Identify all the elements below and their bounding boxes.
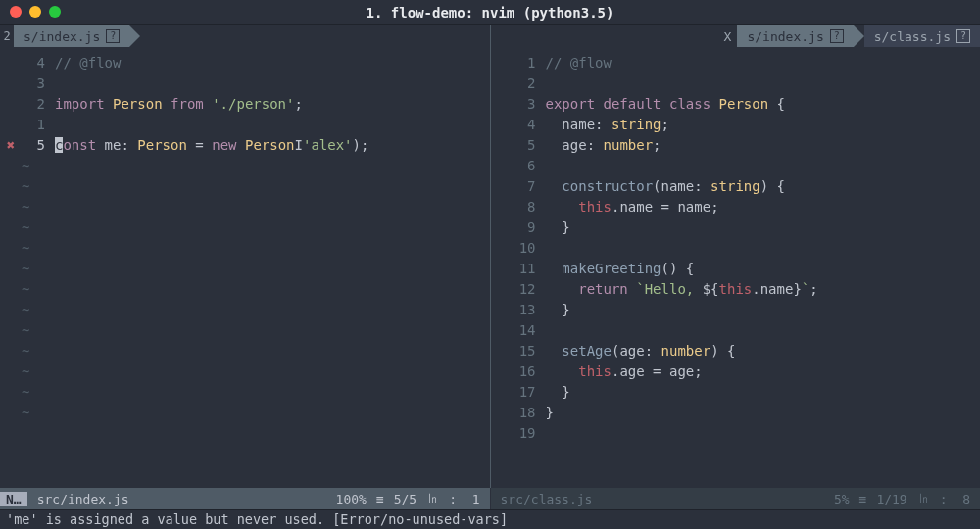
empty-line-tilde: ~ (0, 197, 29, 217)
line-text[interactable]: } (546, 300, 570, 320)
left-code-area[interactable]: 4// @flow32import Person from './person'… (0, 47, 490, 488)
right-status-line: src/class.js 5% ≡ 1/19 ㏑ : 8 (490, 488, 981, 509)
line-text[interactable]: export default class Person { (546, 94, 786, 115)
code-line[interactable]: 6 (491, 156, 981, 176)
sign-column (0, 115, 22, 135)
code-line[interactable]: 11 makeGreeting() { (491, 259, 981, 279)
code-line[interactable]: 9 } (491, 217, 981, 238)
modified-badge-icon: ? (106, 29, 120, 43)
line-number: 1 (22, 115, 55, 135)
line-number: 10 (513, 238, 546, 259)
code-line[interactable]: 1 (0, 115, 490, 135)
modified-badge-icon: ? (830, 29, 844, 43)
code-line[interactable]: 15 setAge(age: number) { (491, 341, 981, 361)
line-number: 15 (513, 341, 546, 361)
empty-line-tilde: ~ (0, 217, 29, 238)
tab-label: s/index.js (747, 29, 823, 44)
code-line[interactable]: ✖5const me: Person = new PersonI'alex'); (0, 135, 490, 156)
code-line[interactable]: 12 return `Hello, ${this.name}`; (491, 279, 981, 300)
line-number: 7 (513, 176, 546, 197)
sign-column (0, 94, 22, 115)
code-line[interactable]: 2import Person from './person'; (0, 94, 490, 115)
code-line[interactable]: 4 name: string; (491, 115, 981, 135)
line-icon: ㏑ (426, 490, 439, 507)
sign-column (491, 341, 513, 361)
tab-count: 2 (0, 25, 14, 47)
line-text[interactable]: this.age = age; (546, 361, 703, 382)
line-text[interactable]: constructor(name: string) { (546, 176, 785, 197)
sign-column: ✖ (0, 135, 22, 156)
line-number: 4 (22, 53, 55, 73)
code-line[interactable]: 14 (491, 320, 981, 341)
code-line[interactable]: 17 } (491, 382, 981, 403)
line-number: 5 (22, 135, 55, 156)
code-line[interactable]: 2 (491, 73, 981, 94)
line-number: 16 (513, 361, 546, 382)
line-text[interactable]: const me: Person = new PersonI'alex'); (55, 135, 368, 156)
minimize-icon[interactable] (29, 6, 41, 18)
hamburger-icon: ≡ (376, 492, 384, 506)
right-code-area[interactable]: 1// @flow23export default class Person {… (491, 47, 981, 488)
status-percent: 100% (326, 492, 376, 506)
status-colsep: : 1 (439, 492, 489, 506)
left-tabbar: 2 s/index.js ? (0, 25, 490, 47)
tab-index-js-right[interactable]: s/index.js ? (737, 25, 853, 47)
empty-line-tilde: ~ (0, 176, 29, 197)
sign-column (491, 403, 513, 423)
code-line[interactable]: 5 age: number; (491, 135, 981, 156)
sign-column (491, 300, 513, 320)
close-tab-icon[interactable]: X (717, 25, 737, 47)
line-number: 13 (513, 300, 546, 320)
code-line[interactable]: 8 this.name = name; (491, 197, 981, 217)
line-text[interactable]: this.name = name; (546, 197, 719, 217)
message-line: 'me' is assigned a value but never used.… (0, 509, 980, 529)
right-tabbar: X s/index.js ? s/class.js ? (491, 25, 981, 47)
sign-column (491, 94, 513, 115)
line-number: 11 (513, 259, 546, 279)
sign-column (491, 156, 513, 176)
left-split[interactable]: 2 s/index.js ? 4// @flow32import Person … (0, 25, 490, 488)
zoom-icon[interactable] (49, 6, 61, 18)
sign-column (491, 115, 513, 135)
line-text[interactable]: name: string; (546, 115, 669, 135)
tab-index-js-left[interactable]: s/index.js ? (14, 25, 129, 47)
code-line[interactable]: 10 (491, 238, 981, 259)
line-text[interactable]: } (546, 217, 570, 238)
line-text[interactable]: } (546, 403, 554, 423)
right-split[interactable]: X s/index.js ? s/class.js ? 1// @flow23e… (490, 25, 981, 488)
empty-line-tilde: ~ (0, 361, 29, 382)
window-title: 1. flow-demo: nvim (python3.5) (367, 5, 614, 21)
sign-column (491, 53, 513, 73)
line-text[interactable]: import Person from './person'; (55, 94, 303, 115)
sign-column (491, 135, 513, 156)
editor-body: 2 s/index.js ? 4// @flow32import Person … (0, 25, 980, 488)
line-number: 2 (22, 94, 55, 115)
line-text[interactable]: age: number; (546, 135, 662, 156)
line-text[interactable]: } (546, 382, 570, 403)
empty-line-tilde: ~ (0, 320, 29, 341)
code-line[interactable]: 7 constructor(name: string) { (491, 176, 981, 197)
code-line[interactable]: 16 this.age = age; (491, 361, 981, 382)
title-bar: 1. flow-demo: nvim (python3.5) (0, 0, 980, 25)
line-number: 19 (513, 423, 546, 444)
code-line[interactable]: 1// @flow (491, 53, 981, 73)
status-pos: 5/5 (384, 492, 426, 506)
line-text[interactable]: return `Hello, ${this.name}`; (546, 279, 818, 300)
code-line[interactable]: 3 (0, 73, 490, 94)
code-line[interactable]: 4// @flow (0, 53, 490, 73)
line-number: 3 (22, 73, 55, 94)
close-icon[interactable] (10, 6, 22, 18)
line-text[interactable]: // @flow (546, 53, 612, 73)
code-line[interactable]: 18} (491, 403, 981, 423)
code-line[interactable]: 19 (491, 423, 981, 444)
empty-line-tilde: ~ (0, 382, 29, 403)
tab-class-js[interactable]: s/class.js ? (864, 25, 980, 47)
code-line[interactable]: 13 } (491, 300, 981, 320)
line-text[interactable]: setAge(age: number) { (546, 341, 736, 361)
line-number: 2 (513, 73, 546, 94)
status-file: src/class.js (491, 492, 603, 506)
line-text[interactable]: // @flow (55, 53, 121, 73)
code-line[interactable]: 3export default class Person { (491, 94, 981, 115)
line-text[interactable]: makeGreeting() { (546, 259, 695, 279)
line-number: 17 (513, 382, 546, 403)
